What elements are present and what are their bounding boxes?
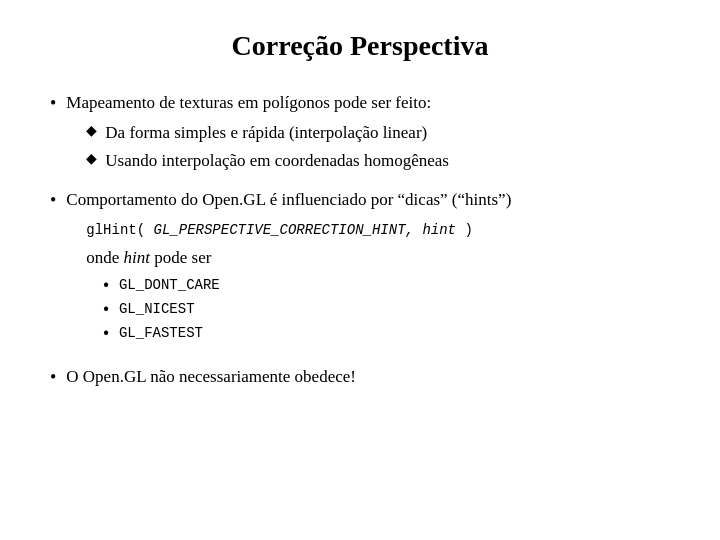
hint-dot-2: • <box>101 299 111 321</box>
bullet-1: • Mapeamento de texturas em polígonos po… <box>50 90 670 177</box>
bullet-3: • O Open.GL não necessariamente obedece! <box>50 364 670 391</box>
hint-value-3-text: GL_FASTEST <box>119 323 203 344</box>
bullet-1-dot: • <box>50 90 56 117</box>
bullet-3-dot: • <box>50 364 56 391</box>
slide-content: • Mapeamento de texturas em polígonos po… <box>50 90 670 391</box>
sub-bullet-1-2: ◆ Usando interpolação em coordenadas hom… <box>86 148 670 174</box>
hint-value-2: • GL_NICEST <box>101 299 670 321</box>
sub-bullet-1-2-text: Usando interpolação em coordenadas homog… <box>105 148 449 174</box>
code-close: ) <box>456 222 473 238</box>
bullet-1-text: Mapeamento de texturas em polígonos pode… <box>66 90 670 177</box>
slide-title: Correção Perspectiva <box>50 30 670 62</box>
code-block: glHint( GL_PERSPECTIVE_CORRECTION_HINT, … <box>86 220 670 241</box>
bullet-2-text: Comportamento do Open.GL é influenciado … <box>66 187 670 354</box>
bullet-1-label: Mapeamento de texturas em polígonos pode… <box>66 93 431 112</box>
bullet-2: • Comportamento do Open.GL é influenciad… <box>50 187 670 354</box>
code-function: glHint( <box>86 222 153 238</box>
bullet-2-label: Comportamento do Open.GL é influenciado … <box>66 190 511 209</box>
hint-value-2-text: GL_NICEST <box>119 299 195 320</box>
code-params: GL_PERSPECTIVE_CORRECTION_HINT, hint <box>154 222 456 238</box>
hint-value-3: • GL_FASTEST <box>101 323 670 345</box>
sub-bullet-1-1: ◆ Da forma simples e rápida (interpolaçã… <box>86 120 670 146</box>
hint-dot-3: • <box>101 323 111 345</box>
hint-values-list: • GL_DONT_CARE • GL_NICEST • GL_FASTEST <box>101 275 670 346</box>
bullet-3-label: O Open.GL não necessariamente obedece! <box>66 367 356 386</box>
sub-bullet-diamond-2: ◆ <box>86 148 97 170</box>
bullet-3-text: O Open.GL não necessariamente obedece! <box>66 364 670 390</box>
onde-italic: hint <box>124 248 150 267</box>
hint-dot-1: • <box>101 275 111 297</box>
sub-bullets-1: ◆ Da forma simples e rápida (interpolaçã… <box>86 120 670 174</box>
bullet-2-dot: • <box>50 187 56 214</box>
sub-bullet-1-1-text: Da forma simples e rápida (interpolação … <box>105 120 427 146</box>
sub-bullet-diamond-1: ◆ <box>86 120 97 142</box>
onde-suffix: pode ser <box>150 248 211 267</box>
onde-prefix: onde <box>86 248 123 267</box>
hint-value-1: • GL_DONT_CARE <box>101 275 670 297</box>
onde-text: onde hint pode ser <box>86 245 670 271</box>
hint-value-1-text: GL_DONT_CARE <box>119 275 220 296</box>
